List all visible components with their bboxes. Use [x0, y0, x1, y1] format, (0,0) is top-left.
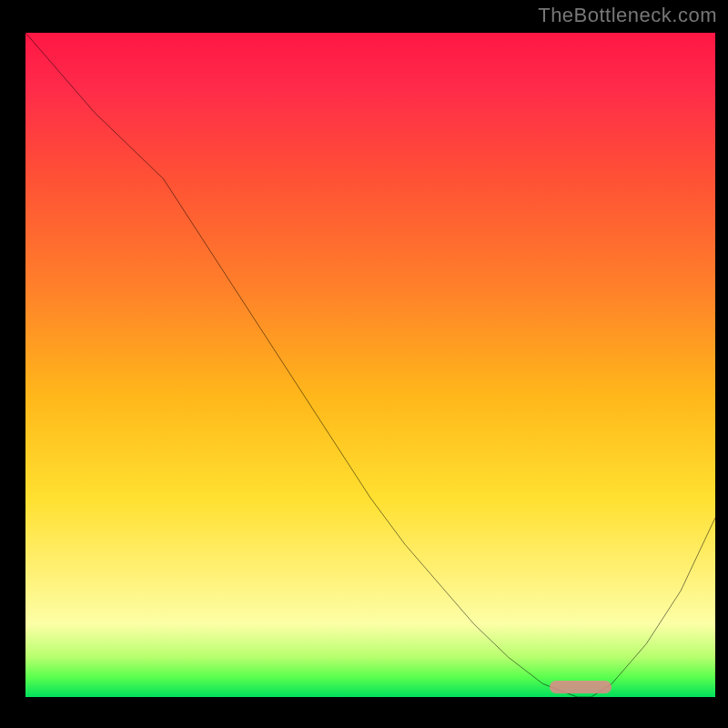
chart-line [25, 33, 715, 697]
watermark-text: TheBottleneck.com [538, 4, 717, 27]
chart-plot-area [22, 29, 719, 701]
chart-marker-bar [550, 681, 612, 693]
